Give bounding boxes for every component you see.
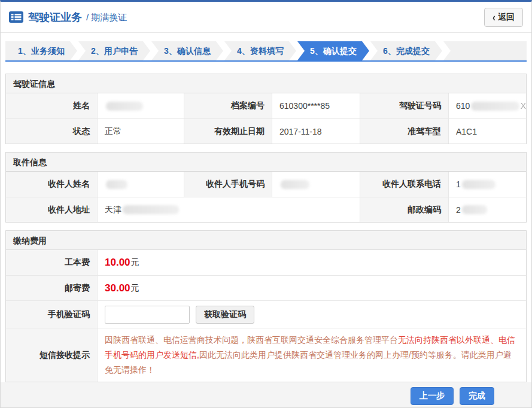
vehicle-class-label: 准驾车型 <box>360 119 449 144</box>
redacted-value <box>462 205 487 214</box>
redacted-value <box>106 102 143 111</box>
step-6-complete-submit: 6、完成提交 <box>370 41 442 60</box>
file-number-value: 610300****85 <box>272 93 360 118</box>
license-info-section: 驾驶证信息 姓名 档案编号 610300****85 驾驶证号码 610X 状态… <box>5 74 527 144</box>
mailing-fee-amount: 30.00 <box>105 282 130 294</box>
name-label: 姓名 <box>6 93 98 118</box>
production-fee-amount: 10.00 <box>105 257 130 269</box>
redacted-value <box>281 180 309 189</box>
sms-code-cell: 获取验证码 <box>98 301 526 328</box>
back-chevron-icon: ‹ <box>493 12 495 23</box>
production-fee-unit: 元 <box>131 257 139 268</box>
name-value <box>98 93 184 118</box>
get-sms-code-button[interactable]: 获取验证码 <box>196 306 254 324</box>
table-row: 收件人地址 天津 邮政编码 2 <box>6 197 526 222</box>
contact-phone-label: 收件人联系电话 <box>360 172 449 197</box>
contact-phone-value: 1 <box>449 172 526 197</box>
mailing-fee-value: 30.00元 <box>98 276 526 300</box>
step-bar-filler <box>443 41 527 60</box>
breadcrumb-subtitle: / 期满换证 <box>86 11 127 23</box>
mailing-fee-unit: 元 <box>131 283 139 294</box>
mailing-fee-label: 邮寄费 <box>6 276 98 300</box>
sms-notice-text: 因陕西省联通、电信运营商技术问题，陕西省互联网交通安全综合服务管理平台无法向持陕… <box>98 328 526 382</box>
table-row: 手机验证码 获取验证码 <box>6 300 526 328</box>
expiry-date-value: 2017-11-18 <box>272 119 360 144</box>
section-title-fees: 缴纳费用 <box>6 231 526 250</box>
footer-bar: 上一步 完成 <box>1 382 531 408</box>
sms-code-input[interactable] <box>105 306 190 324</box>
postal-code-value: 2 <box>449 197 526 222</box>
table-row: 状态 正常 有效期止日期 2017-11-18 准驾车型 A1C1 <box>6 118 526 144</box>
recipient-address-value: 天津 <box>98 197 360 222</box>
license-number-value: 610X <box>449 93 526 118</box>
file-number-label: 档案编号 <box>184 93 272 118</box>
previous-step-button[interactable]: 上一步 <box>411 387 454 405</box>
table-row: 工本费 10.00元 <box>6 250 526 275</box>
recipient-name-label: 收件人姓名 <box>6 172 98 197</box>
step-5-confirm-submit: 5、确认提交 <box>297 41 369 60</box>
table-row: 姓名 档案编号 610300****85 驾驶证号码 610X <box>6 93 526 118</box>
page-title: 驾驶证业务 <box>28 10 82 25</box>
license-number-label: 驾驶证号码 <box>360 93 449 118</box>
sms-notice-label: 短信接收提示 <box>6 328 98 382</box>
redacted-value <box>106 180 127 189</box>
step-progress-bar: 1、业务须知 2、用户申告 3、确认信息 4、资料填写 5、确认提交 6、完成提… <box>5 41 527 62</box>
license-list-icon <box>9 11 23 23</box>
recipient-name-value <box>98 172 184 197</box>
postal-code-label: 邮政编码 <box>360 197 449 222</box>
table-row: 短信接收提示 因陕西省联通、电信运营商技术问题，陕西省互联网交通安全综合服务管理… <box>6 328 526 382</box>
main-content: 1、业务须知 2、用户申告 3、确认信息 4、资料填写 5、确认提交 6、完成提… <box>1 33 531 382</box>
production-fee-label: 工本费 <box>6 250 98 275</box>
step-1-business-notice: 1、业务须知 <box>5 41 77 60</box>
production-fee-value: 10.00元 <box>98 250 526 275</box>
expiry-date-label: 有效期止日期 <box>184 119 272 144</box>
page-header: 驾驶证业务 / 期满换证 ‹ 返回 <box>1 2 531 33</box>
sms-notice-part1: 因陕西省联通、电信运营商技术问题，陕西省互联网交通安全综合服务管理平台 <box>105 335 398 345</box>
redacted-value <box>462 180 495 189</box>
step-2-user-declaration: 2、用户申告 <box>78 41 150 60</box>
redacted-value <box>123 205 179 214</box>
vehicle-class-value: A1C1 <box>449 119 526 144</box>
back-button-label: 返回 <box>498 12 515 23</box>
step-4-fill-materials: 4、资料填写 <box>224 41 296 60</box>
table-row: 收件人姓名 收件人手机号码 收件人联系电话 1 <box>6 172 526 197</box>
step-3-confirm-info: 3、确认信息 <box>151 41 223 60</box>
page: 驾驶证业务 / 期满换证 ‹ 返回 1、业务须知 2、用户申告 3、确认信息 4… <box>0 0 532 408</box>
table-row: 邮寄费 30.00元 <box>6 275 526 300</box>
back-button[interactable]: ‹ 返回 <box>484 8 523 27</box>
redacted-value <box>471 102 519 111</box>
pickup-info-section: 取件信息 收件人姓名 收件人手机号码 收件人联系电话 1 收件人地址 天津 邮政… <box>5 152 527 223</box>
section-title-pickup: 取件信息 <box>6 153 526 172</box>
recipient-mobile-label: 收件人手机号码 <box>184 172 272 197</box>
recipient-address-label: 收件人地址 <box>6 197 98 222</box>
status-value: 正常 <box>98 119 184 144</box>
sms-code-label: 手机验证码 <box>6 301 98 328</box>
section-title-license: 驾驶证信息 <box>6 74 526 93</box>
recipient-mobile-value <box>272 172 360 197</box>
finish-button[interactable]: 完成 <box>460 387 494 405</box>
fees-section: 缴纳费用 工本费 10.00元 邮寄费 30.00元 手机验证码 获取验证码 <box>5 230 527 382</box>
status-label: 状态 <box>6 119 98 144</box>
